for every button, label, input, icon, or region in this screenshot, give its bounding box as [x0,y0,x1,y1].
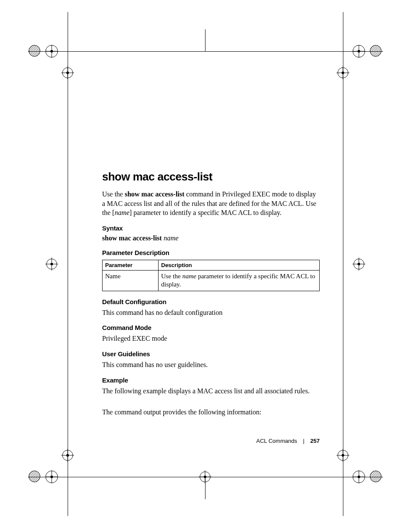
svg-point-13 [342,72,344,74]
crop-stub [366,51,383,52]
table-header-description: Description [159,260,320,270]
crop-line-left [68,29,68,499]
command-title: show mac access-list [102,170,320,184]
svg-point-17 [50,263,53,265]
svg-point-25 [204,476,206,478]
crop-stub [28,51,45,52]
cell-text: Use the [161,273,182,280]
registration-mark-icon [336,66,349,79]
intro-text: ] parameter to identify a specific MAC A… [130,209,282,216]
cell-param-name: name [182,273,196,280]
footer-section: ACL Commands [256,438,297,444]
svg-point-44 [29,45,40,56]
svg-point-47 [370,471,381,482]
svg-point-0 [46,45,58,57]
user-guidelines-body: This command has no user guidelines. [102,360,320,370]
example-heading: Example [102,376,320,384]
hatched-circle-icon [370,470,382,482]
svg-point-9 [66,72,69,74]
registration-mark-icon [352,258,365,271]
registration-mark-icon [61,449,74,462]
svg-point-1 [50,50,53,53]
registration-mark-icon [352,45,365,58]
svg-point-12 [338,68,348,78]
hatched-circle-icon [28,470,40,482]
registration-mark-icon [61,66,74,79]
registration-mark-icon [352,470,365,483]
syntax-heading: Syntax [102,224,320,232]
registration-mark-icon [45,258,58,271]
crop-tick-top [205,29,206,52]
svg-point-46 [29,471,40,482]
svg-point-32 [338,450,348,460]
table-row: Name Use the name parameter to identify … [103,270,320,291]
crop-stub [343,499,343,516]
default-config-heading: Default Configuration [102,298,320,305]
command-mode-body: Privileged EXEC mode [102,334,320,343]
syntax-command: show mac access-list [102,234,162,242]
crop-line-bottom [45,477,366,477]
registration-mark-icon [45,45,58,58]
crop-tick-bottom [205,477,206,499]
table-cell-parameter: Name [103,270,159,291]
page-footer: ACL Commands | 257 [102,438,320,444]
registration-mark-icon [199,470,212,483]
svg-point-40 [353,471,365,483]
footer-page-number: 257 [310,438,320,444]
svg-point-4 [353,45,365,57]
crop-stub [68,12,68,29]
hatched-circle-icon [28,45,40,57]
svg-point-37 [50,476,53,478]
crop-stub [343,12,343,29]
intro-param-name: name [115,209,130,216]
crop-stub [366,477,383,477]
svg-point-24 [200,472,210,482]
svg-point-8 [62,68,73,78]
default-config-body: This command has no default configuratio… [102,308,320,317]
syntax-line: show mac access-list name [102,234,320,242]
svg-point-29 [66,454,69,457]
example-p2: The command output provides the followin… [102,408,320,417]
table-cell-description: Use the name parameter to identify a spe… [159,270,320,291]
crop-stub [28,477,45,477]
intro-paragraph: Use the show mac access-list command in … [102,190,320,218]
svg-point-33 [342,454,344,457]
example-p1: The following example displays a MAC acc… [102,386,320,396]
table-header-row: Parameter Description [103,260,320,270]
command-mode-heading: Command Mode [102,324,320,331]
table-header-parameter: Parameter [103,260,159,270]
registration-mark-icon [45,470,58,483]
svg-point-16 [47,259,57,269]
footer-separator: | [303,438,304,444]
intro-text: Use the [102,190,125,198]
svg-point-36 [46,471,58,483]
svg-point-5 [358,50,360,53]
hatched-circle-icon [370,45,382,57]
crop-line-right [343,29,343,499]
svg-point-28 [62,450,73,460]
svg-point-20 [354,259,364,269]
svg-point-21 [358,263,360,265]
crop-stub [68,499,68,516]
user-guidelines-heading: User Guidelines [102,350,320,358]
syntax-argument: name [164,234,179,242]
parameter-table: Parameter Description Name Use the name … [102,260,320,291]
svg-point-41 [358,476,360,478]
registration-mark-icon [336,449,349,462]
svg-point-45 [370,45,381,56]
page-content: show mac access-list Use the show mac ac… [102,170,320,422]
intro-command-name: show mac access-list [125,190,184,198]
parameter-description-heading: Parameter Description [102,249,320,256]
crop-line-top [45,51,366,52]
